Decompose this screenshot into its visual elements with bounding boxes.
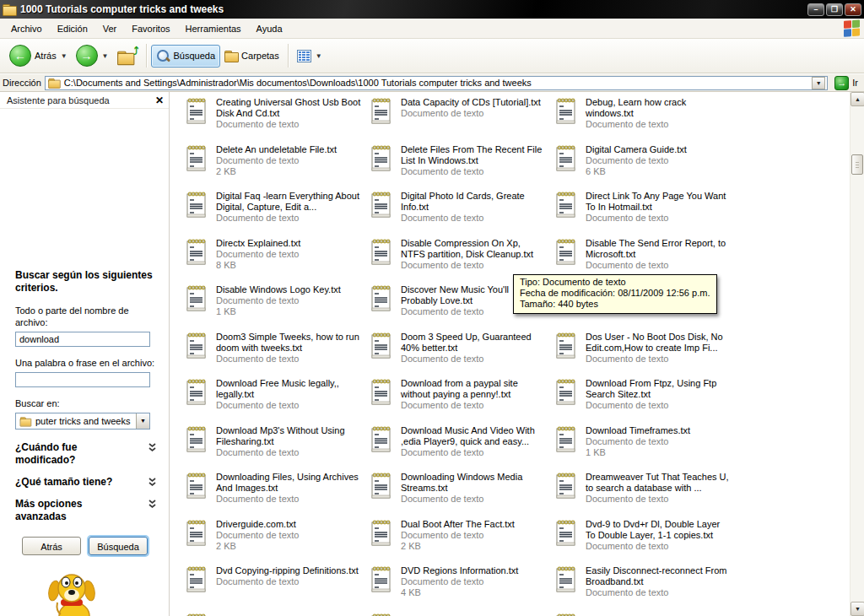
file-type: Documento de texto [216, 494, 361, 505]
sidebar-close-icon[interactable]: ✕ [155, 95, 164, 105]
file-item[interactable]: Download Free Music legally,, legally.tx… [184, 378, 369, 425]
file-title: Download Free Music legally,, legally.tx… [216, 378, 361, 400]
file-item[interactable]: Download From Ftpz, Using Ftp Search Sit… [554, 378, 738, 425]
file-type: Documento de texto [586, 213, 731, 224]
tooltip-modified: Fecha de modificación: 08/11/2009 12:56 … [520, 288, 710, 299]
lookin-folder-icon [20, 417, 31, 425]
file-item[interactable]: Easily Disconnect-reconnect From Broadba… [554, 565, 738, 613]
file-title: Download Mp3's Without Using Filesharing… [216, 425, 361, 447]
file-item[interactable]: Dual Boot After The Fact.txt Documento d… [369, 519, 554, 566]
text-file-icon [554, 144, 579, 173]
file-item[interactable]: Digital Camera Guide.txt Documento de te… [554, 144, 738, 192]
search-dog-mascot[interactable] [40, 567, 106, 616]
views-dropdown-icon[interactable]: ▼ [316, 52, 322, 60]
go-button[interactable]: → Ir [831, 76, 861, 90]
file-type: Documento de texto [586, 260, 731, 271]
expander-advanced[interactable]: Más opciones avanzadas [15, 498, 157, 523]
menu-ayuda[interactable]: Ayuda [249, 19, 290, 38]
file-item[interactable]: Delete An undeletable File.txt Documento… [184, 144, 369, 192]
file-item[interactable]: Creating Universal Ghost Usb Boot Disk A… [184, 97, 369, 144]
back-label: Atrás [35, 51, 57, 61]
file-item[interactable]: Directx Explained.txt Documento de texto… [184, 238, 369, 285]
text-file-icon [184, 238, 209, 267]
file-item[interactable]: Download Mp3's Without Using Filesharing… [184, 425, 369, 473]
sidebar-back-button[interactable]: Atrás [22, 537, 81, 555]
file-type: Documento de texto [586, 541, 731, 552]
file-item[interactable]: Dvd-9 to Dvd+r Dl, Double Layer To Doubl… [554, 519, 738, 566]
file-item[interactable] [554, 613, 738, 616]
file-item[interactable]: Dreamweaver Tut That Teaches U, to searc… [554, 472, 738, 519]
address-input[interactable]: C:\Documents and Settings\Administrador\… [45, 76, 828, 90]
file-item[interactable] [184, 613, 369, 616]
views-button[interactable]: ▼ [293, 46, 327, 66]
file-item[interactable]: Download Music And Video With ,edia Play… [369, 425, 554, 473]
vertical-scrollbar[interactable]: ▲ ▼ [850, 92, 864, 616]
lookin-dropdown-icon[interactable]: ▼ [136, 413, 149, 429]
file-title: Doom 3 Speed Up, Guaranteed 40% better.t… [401, 332, 546, 354]
file-item[interactable]: Digital Faq -learn Everything About Digi… [184, 191, 369, 238]
file-item[interactable]: Driverguide.com.txt Documento de texto 2… [184, 519, 369, 566]
file-item[interactable]: Digital Photo Id Cards, Greate Info.txt … [369, 191, 554, 238]
phrase-input[interactable] [15, 372, 150, 387]
file-item[interactable]: Direct Link To Any Page You Want To In H… [554, 191, 738, 238]
file-title: Dos User - No Boot Dos Disk, No Edit.com… [586, 332, 731, 354]
file-item[interactable]: Dos User - No Boot Dos Disk, No Edit.com… [554, 332, 738, 379]
file-grid: Creating Universal Ghost Usb Boot Disk A… [170, 92, 850, 616]
file-item[interactable] [369, 613, 554, 616]
back-dropdown-icon[interactable]: ▼ [61, 52, 68, 60]
file-type: Documento de texto [401, 354, 546, 365]
file-item[interactable]: Download Timeframes.txt Documento de tex… [554, 425, 738, 473]
file-title: Disable The Send Error Report, to Micros… [586, 238, 731, 260]
menu-archivo[interactable]: Archivo [3, 19, 50, 38]
file-item[interactable]: Doom3 Simple Tweeks, how to run doom wit… [184, 332, 369, 379]
file-item[interactable]: Disable Windows Logo Key.txt Documento d… [184, 284, 369, 332]
menu-herramientas[interactable]: Herramientas [178, 19, 249, 38]
up-button[interactable]: ⤴ [113, 44, 142, 68]
text-file-icon [554, 425, 579, 454]
file-item[interactable]: Downloading Windows Media Streams.txt Do… [369, 472, 554, 519]
file-type: Documento de texto [401, 530, 546, 541]
file-item[interactable]: Download from a paypal site without payi… [369, 378, 554, 425]
file-item[interactable]: Delete Files From The Recent File List I… [369, 144, 554, 192]
search-toggle-button[interactable]: Búsqueda [151, 45, 221, 68]
file-type: Documento de texto [401, 213, 546, 224]
text-file-icon [554, 472, 579, 500]
file-title: Easily Disconnect-reconnect From Broadba… [586, 565, 731, 587]
text-file-icon [554, 519, 579, 548]
scroll-down-icon[interactable]: ▼ [850, 602, 864, 616]
forward-button[interactable]: → ▼ [72, 41, 113, 70]
main-area: Asistente para búsqueda ✕ Buscar según l… [0, 92, 864, 616]
expander-size[interactable]: ¿Qué tamaño tiene? [15, 476, 157, 489]
scroll-up-icon[interactable]: ▲ [850, 92, 864, 106]
minimize-button[interactable]: – [807, 3, 824, 16]
filename-input[interactable] [15, 332, 150, 347]
file-type: Documento de texto [216, 530, 361, 541]
lookin-select[interactable]: puter tricks and tweeks ▼ [15, 413, 150, 430]
restore-button[interactable]: ❐ [826, 3, 843, 16]
window-folder-icon [3, 4, 16, 15]
menu-ver[interactable]: Ver [95, 19, 125, 38]
address-dropdown-icon[interactable]: ▼ [812, 77, 825, 89]
file-item[interactable]: Dvd Copying-ripping Definitions.txt Docu… [184, 565, 369, 613]
menu-edicion[interactable]: Edición [50, 19, 95, 38]
close-button[interactable]: ✕ [845, 3, 861, 16]
expander-modified[interactable]: ¿Cuándo fue modificado? [15, 441, 157, 467]
sidebar-search-button[interactable]: Búsqueda [89, 537, 148, 555]
file-item[interactable]: Downloading Files, Using Archives And Im… [184, 472, 369, 519]
file-title: Dual Boot After The Fact.txt [401, 519, 546, 530]
file-size: 4 KB [401, 587, 546, 598]
menu-favoritos[interactable]: Favoritos [124, 19, 177, 38]
text-file-icon [369, 425, 394, 454]
file-type: Documento de texto [216, 119, 361, 130]
address-bar: Dirección C:\Documents and Settings\Admi… [0, 74, 864, 92]
folders-toggle-button[interactable]: Carpetas [220, 47, 284, 65]
file-item[interactable]: Doom 3 Speed Up, Guaranteed 40% better.t… [369, 332, 554, 379]
file-item[interactable]: DVD Regions Information.txt Documento de… [369, 565, 554, 613]
text-file-icon [369, 613, 394, 616]
file-item[interactable]: Debug, Learn how crack windows.txt Docum… [554, 97, 738, 144]
scrollbar-thumb[interactable] [851, 154, 863, 175]
file-title: Download Timeframes.txt [586, 425, 731, 436]
forward-dropdown-icon[interactable]: ▼ [102, 52, 109, 60]
file-item[interactable]: Data Capacity of CDs [Tutorial].txt Docu… [369, 97, 554, 144]
back-button[interactable]: ← Atrás ▼ [5, 41, 72, 70]
